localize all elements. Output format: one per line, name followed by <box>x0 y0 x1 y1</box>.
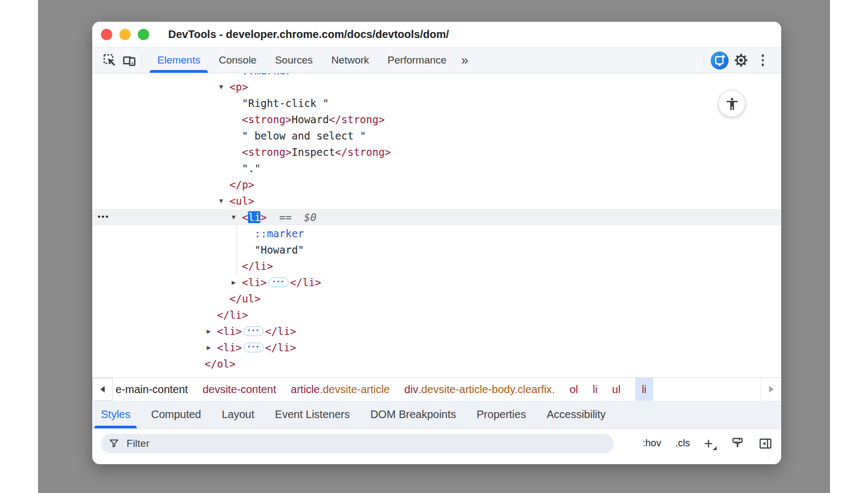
tab-dom-breakpoints[interactable]: DOM Breakpoints <box>371 401 456 428</box>
tab-computed[interactable]: Computed <box>151 401 201 428</box>
ai-assistance-icon[interactable] <box>709 51 730 70</box>
dom-tree-row[interactable]: </li> <box>92 258 781 274</box>
selected-node-tag-name: li <box>248 211 260 223</box>
dom-node-segment: </p> <box>229 179 254 191</box>
dom-node-segment: </li> <box>265 342 296 353</box>
tab-elements[interactable]: Elements <box>148 48 209 73</box>
more-panels-chevron-icon[interactable]: » <box>456 48 474 73</box>
dom-tree-row[interactable]: </ol> <box>92 356 781 372</box>
dom-tree-row[interactable]: ▼<p> <box>92 79 781 95</box>
breadcrumb-part: div <box>404 383 418 396</box>
tab-event-listeners[interactable]: Event Listeners <box>275 401 350 428</box>
minimize-window-button[interactable] <box>119 29 131 40</box>
breadcrumb-scroll-right-button[interactable] <box>761 378 781 401</box>
elements-panel-dom-view: ::marker▼<p>"Right-click "<strong>Howard… <box>92 73 781 377</box>
dom-node-segment: <p> <box>229 81 248 93</box>
collapse-arrow-icon[interactable]: ▼ <box>232 209 235 225</box>
dom-node-segment: "." <box>242 162 260 174</box>
breadcrumb-item[interactable]: li <box>635 378 653 401</box>
tab-performance[interactable]: Performance <box>378 48 456 73</box>
new-style-rule-plus-icon[interactable]: + <box>704 438 717 449</box>
breadcrumb-part: ul <box>612 383 621 396</box>
toggle-sidebar-panel-icon[interactable] <box>758 437 773 451</box>
breadcrumb-part: .devsite-article <box>320 383 390 396</box>
collapsed-content-ellipsis-button[interactable]: ••• <box>244 343 264 352</box>
dom-node-segment: <strong> <box>242 146 292 158</box>
breadcrumb-item[interactable]: ul <box>612 378 621 401</box>
dom-node-segment: </ul> <box>229 293 260 305</box>
collapsed-content-ellipsis-button[interactable]: ••• <box>269 277 289 287</box>
styles-filter-field[interactable] <box>101 434 614 453</box>
expand-arrow-icon[interactable]: ▶ <box>232 274 235 290</box>
zoom-window-button[interactable] <box>138 29 149 40</box>
dom-tree-row[interactable]: ▼<ul> <box>92 193 781 209</box>
dom-tree-row[interactable]: ▶<li>•••</li> <box>92 274 781 290</box>
close-window-button[interactable] <box>101 29 112 40</box>
breadcrumb-scroll-left-button[interactable] <box>92 378 113 401</box>
dom-node-segment: == <box>279 211 292 223</box>
breadcrumb-item[interactable]: li <box>592 378 597 401</box>
collapse-arrow-icon[interactable]: ▼ <box>219 79 223 95</box>
macos-titlebar: DevTools - developer.chrome.com/docs/dev… <box>92 22 781 48</box>
breadcrumb-item[interactable]: article.devsite-article <box>291 378 390 401</box>
accessibility-overlay-button[interactable] <box>719 91 745 117</box>
expand-arrow-icon[interactable]: ▶ <box>207 323 210 339</box>
element-classes-button[interactable]: .cls <box>675 438 690 449</box>
dom-node-segment: </li> <box>242 260 273 272</box>
tab-accessibility[interactable]: Accessibility <box>547 401 606 428</box>
tab-styles[interactable]: Styles <box>101 401 130 428</box>
toggle-device-toolbar-icon[interactable] <box>119 48 139 73</box>
dom-tree-row[interactable]: "Right-click " <box>92 95 781 111</box>
collapse-arrow-icon[interactable]: ▼ <box>219 193 223 209</box>
dom-node-segment: </li> <box>290 276 321 288</box>
dom-node-segment: </li> <box>217 309 248 321</box>
styles-filter-controls: :hov .cls + <box>643 437 773 451</box>
dom-tree-row[interactable]: </p> <box>92 176 781 193</box>
funnel-filter-icon <box>108 438 119 449</box>
sidebar-pane-tabs: StylesComputedLayoutEvent ListenersDOM B… <box>92 401 781 429</box>
breadcrumb-item[interactable]: devsite-content <box>202 378 276 401</box>
toggle-element-state-button[interactable]: :hov <box>643 438 661 449</box>
dom-tree-row[interactable]: </ul> <box>92 290 781 307</box>
dom-tree-row[interactable]: ::marker <box>92 73 781 79</box>
dom-tree-row[interactable]: " below and select " <box>92 128 781 144</box>
breadcrumb-item[interactable]: div.devsite-article-body.clearfix. <box>404 378 555 401</box>
tab-console[interactable]: Console <box>209 48 266 73</box>
tab-network[interactable]: Network <box>322 48 379 73</box>
dom-tree-row[interactable]: ▶<li>•••</li> <box>92 339 781 356</box>
breadcrumb-part: e-main-content <box>116 383 188 396</box>
styles-filter-input[interactable] <box>125 437 606 450</box>
breadcrumb-bar: e-main-contentdevsite-contentarticle.dev… <box>92 377 781 401</box>
breadcrumb-item[interactable]: ol <box>570 378 578 401</box>
rendering-brush-icon[interactable] <box>731 437 744 450</box>
scroll-left-arrow-icon <box>100 386 105 393</box>
collapsed-content-ellipsis-button[interactable]: ••• <box>244 326 264 336</box>
dom-tree-row[interactable]: ▶<li>•••</li> <box>92 323 781 339</box>
devtools-window: DevTools - developer.chrome.com/docs/dev… <box>92 22 781 464</box>
dom-tree-row[interactable]: <strong>Howard</strong> <box>92 111 781 128</box>
dom-tree-row[interactable]: </li> <box>92 307 781 323</box>
dom-node-segment <box>267 211 279 223</box>
tab-sources[interactable]: Sources <box>266 48 322 73</box>
toolbar-divider <box>704 53 704 68</box>
expand-arrow-icon[interactable]: ▶ <box>207 339 210 356</box>
tab-layout[interactable]: Layout <box>222 401 254 428</box>
dom-node-segment: Howard <box>292 113 329 125</box>
dom-node-segment: " below and select " <box>242 130 366 142</box>
inspect-element-icon[interactable] <box>100 48 119 73</box>
dom-tree-row[interactable]: "Howard" <box>92 242 781 258</box>
settings-gear-icon[interactable] <box>730 53 752 68</box>
breadcrumb-part: article <box>291 383 320 396</box>
tab-properties[interactable]: Properties <box>477 401 526 428</box>
dom-tree-row[interactable]: ::marker <box>92 225 781 242</box>
more-options-kebab-icon[interactable] <box>752 54 774 66</box>
breadcrumb-item[interactable]: e-main-content <box>116 378 188 401</box>
dom-node-segment <box>292 211 304 223</box>
dom-tree-row[interactable]: "." <box>92 160 781 176</box>
breadcrumb-part: .devsite-article-body.clearfix. <box>418 383 555 396</box>
panel-tabs: ElementsConsoleSourcesNetworkPerformance <box>148 48 456 73</box>
breadcrumb-part: devsite-content <box>202 383 276 396</box>
dom-tree-row[interactable]: •••▼<li> == $0 <box>92 209 781 225</box>
dom-tree-row[interactable]: <strong>Inspect</strong> <box>92 144 781 160</box>
row-actions-ellipsis[interactable]: ••• <box>98 208 110 225</box>
